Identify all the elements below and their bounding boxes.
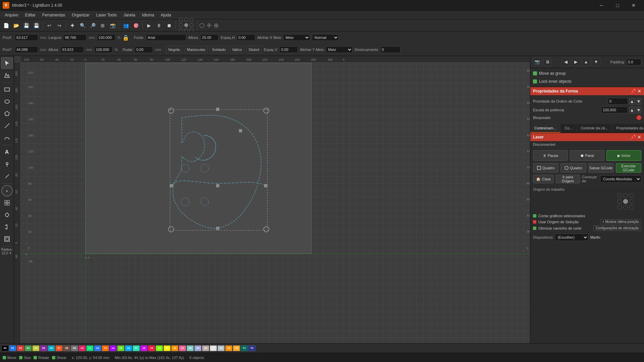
- play-button[interactable]: ▶: [144, 21, 154, 30]
- origem-mr[interactable]: [629, 199, 634, 204]
- color-swatch-T2[interactable]: T2: [248, 345, 256, 351]
- pen-tool-btn[interactable]: [1, 171, 13, 182]
- priority-up-btn[interactable]: ▲: [629, 98, 635, 105]
- canvas-area[interactable]: 220 -60 -40 -20 0 20 40 60 80 100 120 14…: [14, 56, 530, 343]
- location-tool-btn[interactable]: [1, 159, 13, 170]
- origin-dot-ml[interactable]: [179, 23, 183, 27]
- disp-select[interactable]: (Escolher): [555, 234, 588, 241]
- color-swatch-05[interactable]: 05: [40, 345, 47, 351]
- cam-up-btn[interactable]: ▲: [582, 58, 590, 66]
- shear-mode-btn[interactable]: Shear: [52, 356, 66, 360]
- camera-button[interactable]: 📸: [108, 21, 117, 30]
- screen-btn[interactable]: 🖥: [543, 58, 552, 66]
- color-swatch-27[interactable]: 27: [210, 345, 217, 351]
- color-swatch-09[interactable]: 09: [71, 345, 78, 351]
- color-swatch-15[interactable]: 15: [117, 345, 124, 351]
- origin-dot-mc[interactable]: [184, 23, 188, 27]
- posy-input[interactable]: [15, 46, 38, 53]
- espach-input[interactable]: [237, 34, 255, 41]
- cam-down-btn[interactable]: ▼: [592, 58, 600, 66]
- polygon-tool-btn[interactable]: [1, 108, 13, 119]
- select-tool-btn[interactable]: [1, 57, 13, 69]
- color-swatch-16[interactable]: 16: [125, 345, 132, 351]
- color-swatch-14[interactable]: 14: [109, 345, 117, 351]
- menu-item-organizar[interactable]: Organizar: [68, 12, 93, 18]
- save-as-button[interactable]: 💾: [32, 21, 41, 30]
- menu-item-ajuda[interactable]: Ajuda: [157, 12, 174, 18]
- cam-prev-btn[interactable]: ◀: [561, 58, 570, 66]
- inicio-btn[interactable]: ▶ Início: [606, 150, 641, 161]
- padding-input[interactable]: [626, 59, 641, 65]
- priority-input[interactable]: [608, 98, 628, 105]
- open-button[interactable]: 📂: [11, 21, 21, 30]
- mirror-btn[interactable]: [1, 221, 13, 233]
- color-swatch-01[interactable]: 01: [9, 345, 16, 351]
- color-swatch-06[interactable]: 06: [48, 345, 55, 351]
- salvar-gcode-btn[interactable]: Salvar GCode: [588, 163, 614, 173]
- maximize-button[interactable]: □: [610, 0, 625, 11]
- size-mode-btn[interactable]: Size: [19, 356, 31, 360]
- rect-tool-btn[interactable]: [1, 84, 13, 95]
- fonte-input[interactable]: [146, 34, 186, 41]
- ellipse-tool-btn[interactable]: [1, 96, 13, 107]
- shape-props-pin-btn[interactable]: 📌: [630, 88, 636, 94]
- color-swatch-18[interactable]: 18: [140, 345, 148, 351]
- color-swatch-07[interactable]: 07: [55, 345, 63, 351]
- group-button[interactable]: 👥: [121, 21, 130, 30]
- select-button[interactable]: ✚: [68, 21, 77, 30]
- width-pct-input[interactable]: [97, 34, 115, 41]
- executar-gcode-btn[interactable]: Executar GCode: [616, 163, 641, 173]
- origem-ml[interactable]: [617, 199, 622, 204]
- color-swatch-T1[interactable]: T1: [240, 345, 248, 351]
- save-button[interactable]: 💾: [21, 21, 31, 30]
- color-swatch-02[interactable]: 02: [17, 345, 24, 351]
- color-swatch-T0[interactable]: T0: [233, 345, 240, 351]
- rodar-input[interactable]: [135, 46, 153, 53]
- color-swatch-24[interactable]: 24: [186, 345, 194, 351]
- lock-icon[interactable]: 🔒: [122, 35, 129, 41]
- origem-tr[interactable]: [629, 193, 634, 198]
- measure-btn[interactable]: ●: [1, 185, 13, 196]
- origem-bl[interactable]: [617, 205, 622, 210]
- menu-item-arquivo[interactable]: Arquivo: [1, 12, 22, 18]
- laser-pin-btn[interactable]: 📌: [630, 134, 636, 140]
- ir-origem-btn[interactable]: Ir para Origem: [556, 175, 580, 183]
- color-swatch-25[interactable]: 25: [194, 345, 202, 351]
- fit-button[interactable]: ⊞: [98, 21, 107, 30]
- tab-co[interactable]: Co...: [560, 124, 577, 133]
- camera-view-btn[interactable]: 📷: [533, 58, 542, 66]
- shape-properties-header[interactable]: Propriedades da Forma 📌 ✕: [530, 87, 644, 95]
- origem-bc[interactable]: [623, 205, 628, 210]
- comecar-select[interactable]: Coords Absolutas Posição Atual Origem do…: [600, 175, 641, 183]
- stop-button[interactable]: ⏹: [164, 21, 174, 30]
- rotate-mode-btn[interactable]: Rotate: [34, 356, 49, 360]
- espacv-input[interactable]: [279, 46, 298, 53]
- color-swatch-04[interactable]: 04: [32, 345, 40, 351]
- close-button[interactable]: ✕: [626, 0, 641, 11]
- quadro1-btn[interactable]: Quadro: [533, 163, 558, 173]
- distort-btn[interactable]: Distort: [246, 46, 262, 53]
- redo-button[interactable]: ↪: [55, 21, 64, 30]
- priority-down-btn[interactable]: ▼: [636, 98, 641, 105]
- menu-item-janela[interactable]: Janela: [120, 12, 139, 18]
- desloc-input[interactable]: [380, 46, 400, 53]
- parar-btn[interactable]: ⏹ Parar: [570, 150, 605, 161]
- normal-select[interactable]: Normal Negrito Itálico: [312, 34, 339, 41]
- color-swatch-12[interactable]: 12: [94, 345, 101, 351]
- line-tool-btn[interactable]: [1, 120, 13, 131]
- pausa-btn[interactable]: ⏸ Pausa: [533, 150, 568, 161]
- config-opt-btn[interactable]: Configurações de otimização: [593, 226, 641, 231]
- zoom-in-button[interactable]: 🔍: [78, 21, 87, 30]
- pause-button[interactable]: ⏸: [154, 21, 164, 30]
- origem-tc[interactable]: [623, 193, 628, 198]
- mostrar-pos-btn[interactable]: + Mostrar última posição: [600, 219, 641, 224]
- color-swatch-28[interactable]: 28: [217, 345, 225, 351]
- undo-button[interactable]: ↩: [45, 21, 54, 30]
- color-swatch-23[interactable]: 23: [179, 345, 186, 351]
- array-btn[interactable]: [1, 197, 13, 208]
- minimize-button[interactable]: ─: [594, 0, 609, 11]
- origem-br[interactable]: [629, 205, 634, 210]
- maiusculas-btn[interactable]: Maiúsculas: [184, 46, 208, 53]
- alinharx-select[interactable]: Meio Esquerda Direita: [283, 34, 310, 41]
- negrito-btn[interactable]: Negrito: [166, 46, 182, 53]
